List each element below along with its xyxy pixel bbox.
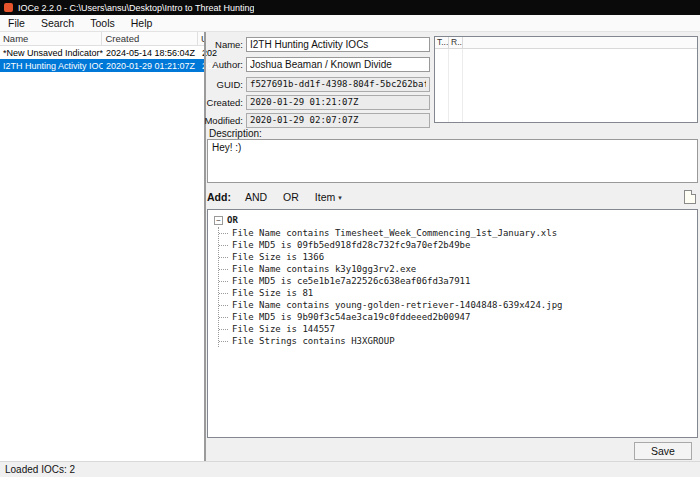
- references-table-body[interactable]: [435, 49, 697, 122]
- author-label: Author:: [204, 59, 243, 70]
- tree-root-label: OR: [227, 215, 238, 225]
- column-header-type[interactable]: T...: [435, 37, 449, 48]
- collapse-icon[interactable]: −: [214, 216, 223, 225]
- tree-item[interactable]: File MD5 is ce5e1b1e7a22526c638eaf06fd3a…: [219, 275, 697, 287]
- modified-field-row: Modified:: [204, 112, 430, 128]
- tree-item[interactable]: File MD5 is 09fb5ed918fd28c732fc9a70ef2b…: [219, 239, 697, 251]
- status-bar: Loaded IOCs: 2: [0, 461, 700, 477]
- add-and-button[interactable]: AND: [237, 188, 275, 206]
- name-field-row: Name:: [204, 36, 430, 52]
- column-header-name[interactable]: Name: [0, 32, 102, 45]
- author-input[interactable]: [246, 57, 430, 72]
- column-header-filler: [463, 37, 697, 48]
- window-title: IOCe 2.2.0 - C:\Users\ansu\Desktop\Intro…: [18, 3, 254, 13]
- name-label: Name:: [204, 39, 243, 50]
- chevron-down-icon: ▾: [338, 194, 342, 201]
- status-text: Loaded IOCs: 2: [5, 464, 75, 475]
- tree-children: File Name contains Timesheet_Week_Commen…: [218, 227, 697, 347]
- app-window: IOCe 2.2.0 - C:\Users\ansu\Desktop\Intro…: [0, 0, 700, 477]
- app-icon: [4, 3, 13, 12]
- ioc-created-cell: 2024-05-14 18:56:04Z: [103, 48, 199, 58]
- add-item-dropdown[interactable]: Item ▾: [307, 188, 350, 206]
- add-label: Add:: [207, 191, 231, 203]
- name-input[interactable]: [246, 37, 430, 52]
- tree-item[interactable]: File Size is 1366: [219, 251, 697, 263]
- guid-label: GUID:: [204, 79, 243, 90]
- ioc-list-panel: Name Created Upd *New Unsaved Indicator*…: [0, 32, 204, 461]
- description-label: Description:: [209, 128, 262, 139]
- add-toolbar: Add: AND OR Item ▾: [207, 186, 698, 208]
- menu-file[interactable]: File: [0, 16, 33, 30]
- created-label: Created:: [204, 97, 243, 108]
- add-item-label: Item: [315, 191, 335, 203]
- add-or-button[interactable]: OR: [275, 188, 307, 206]
- created-field-row: Created:: [204, 94, 430, 110]
- ioc-list-header: Name Created Upd: [0, 32, 204, 46]
- menu-tools[interactable]: Tools: [82, 16, 123, 30]
- menu-bar: File Search Tools Help: [0, 15, 700, 32]
- guid-field: [246, 77, 430, 92]
- modified-label: Modified:: [204, 115, 243, 126]
- menu-search[interactable]: Search: [33, 16, 82, 30]
- ioc-row-unsaved[interactable]: *New Unsaved Indicator* 2024-05-14 18:56…: [0, 46, 204, 59]
- ioc-term-tree[interactable]: − OR File Name contains Timesheet_Week_C…: [207, 209, 698, 438]
- description-input[interactable]: Hey! :): [207, 139, 698, 183]
- column-header-reference[interactable]: R...: [449, 37, 463, 48]
- ioc-name-cell: I2TH Hunting Activity IOCs: [0, 61, 103, 71]
- grid-line: [462, 49, 463, 122]
- tree-item[interactable]: File Name contains young-golden-retrieve…: [219, 299, 697, 311]
- ioc-row-selected[interactable]: I2TH Hunting Activity IOCs 2020-01-29 01…: [0, 59, 204, 72]
- ioc-created-cell: 2020-01-29 01:21:07Z: [103, 61, 199, 71]
- tree-item[interactable]: File MD5 is 9b90f3c54ae3ca19c0fddeeed2b0…: [219, 311, 697, 323]
- tree-item[interactable]: File Name contains Timesheet_Week_Commen…: [219, 227, 697, 239]
- references-table-header: T... R...: [435, 37, 697, 49]
- tree-item[interactable]: File Strings contains H3XGROUP: [219, 335, 697, 347]
- references-table: T... R...: [434, 36, 698, 123]
- xml-document-icon[interactable]: [684, 190, 696, 204]
- tree-item[interactable]: File Size is 144557: [219, 323, 697, 335]
- menu-help[interactable]: Help: [123, 16, 161, 30]
- ioc-name-cell: *New Unsaved Indicator*: [0, 48, 103, 58]
- modified-field: [246, 113, 430, 128]
- created-field: [246, 95, 430, 110]
- title-bar[interactable]: IOCe 2.2.0 - C:\Users\ansu\Desktop\Intro…: [0, 0, 700, 15]
- guid-field-row: GUID:: [204, 76, 430, 92]
- tree-root-node[interactable]: − OR: [214, 214, 697, 226]
- author-field-row: Author:: [204, 56, 430, 72]
- grid-line: [448, 49, 449, 122]
- tree-item[interactable]: File Size is 81: [219, 287, 697, 299]
- save-button[interactable]: Save: [634, 442, 692, 460]
- column-header-created[interactable]: Created: [102, 32, 198, 45]
- tree-item[interactable]: File Name contains k3y10gg3rv2.exe: [219, 263, 697, 275]
